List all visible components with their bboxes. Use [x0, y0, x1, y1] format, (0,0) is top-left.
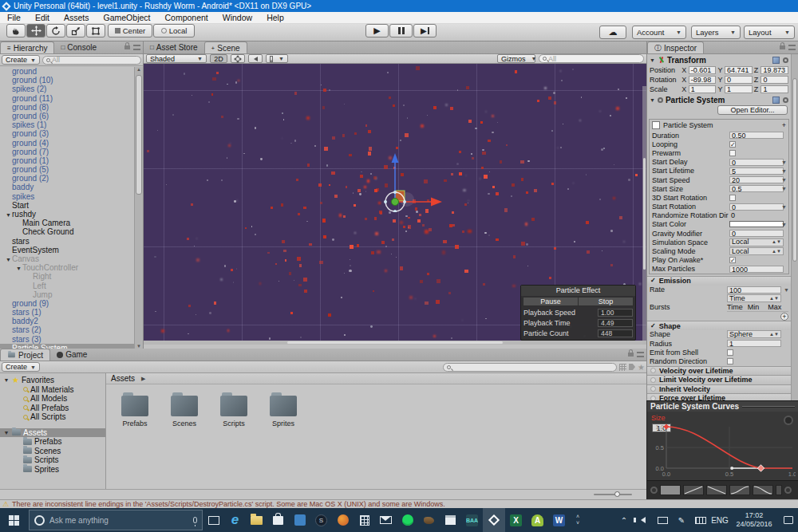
component-header[interactable]: ▼Particle System [647, 94, 791, 105]
gear-icon[interactable] [783, 97, 788, 103]
checkbox-unchecked[interactable] [650, 386, 656, 392]
property-row[interactable]: Simulation SpaceLocal▲▼ [650, 238, 788, 246]
property-row[interactable]: Start Size0.5▼ [650, 184, 788, 193]
cortana-search-box[interactable]: Ask me anything [29, 510, 203, 530]
checkbox-checked[interactable]: ✓ [650, 323, 656, 329]
tab-game[interactable]: Game [50, 349, 93, 361]
property-selector-icon[interactable]: ▼ [781, 160, 787, 165]
transform-field[interactable]: 1 [725, 85, 753, 93]
scrollbar-thumb[interactable] [792, 78, 797, 262]
excel-button[interactable]: X [505, 508, 527, 532]
slider-knob[interactable] [614, 491, 620, 497]
transform-field[interactable]: 0 [760, 76, 788, 84]
property-field[interactable]: 100 [727, 286, 781, 294]
hierarchy-item[interactable]: Check Ground [0, 227, 134, 236]
property-row[interactable]: Looping✓ [650, 140, 788, 148]
scrollbar-thumb[interactable] [643, 158, 646, 270]
hierarchy-item[interactable]: ground (8) [0, 103, 134, 112]
property-row[interactable]: Max Particles1000 [650, 265, 788, 274]
pivot-center-button[interactable]: Center [108, 24, 152, 37]
transform-field[interactable]: 1 [760, 85, 788, 93]
module-section-header[interactable]: ✓Shape [647, 321, 791, 330]
checkbox-checked[interactable]: ✓ [729, 257, 736, 263]
rect-tool-button[interactable] [86, 24, 105, 37]
local-global-button[interactable]: Local [153, 24, 195, 37]
hierarchy-scrollbar[interactable]: ▲▼ [134, 67, 143, 349]
scene-effects-toggle[interactable]: ▼ [266, 54, 288, 63]
property-row[interactable]: Gravity Modifier0 [650, 229, 788, 238]
hierarchy-item[interactable]: ▼rushdy [0, 210, 134, 219]
project-tree-item[interactable]: Scenes [0, 447, 105, 456]
unity-taskbar-button[interactable] [483, 508, 505, 532]
property-row[interactable]: Play On Awake*✓ [650, 256, 788, 265]
property-field[interactable]: 5 [729, 167, 784, 175]
property-row[interactable]: BurstsTimeMinMax [647, 303, 791, 312]
property-row[interactable]: Random Direction [647, 357, 791, 365]
tab-asset-store[interactable]: □Asset Store [144, 41, 204, 53]
hierarchy-item[interactable]: ▼TouchController [0, 263, 134, 272]
scene-horizontal-scrollbar[interactable] [144, 341, 646, 345]
module-collapsed-header[interactable]: Inherit Velocity [647, 384, 791, 394]
transform-field[interactable]: 64.741 [725, 66, 753, 74]
particle-effect-row-value[interactable]: 4.49 [598, 319, 633, 327]
property-field[interactable]: 20 [729, 176, 784, 183]
pen-tray-button[interactable]: ✎ [672, 508, 691, 532]
pan-tool-button[interactable] [6, 24, 26, 37]
tab-console[interactable]: □Console [54, 41, 103, 53]
property-row[interactable]: Start Color▼ [650, 220, 788, 229]
curve-preset-ease-in[interactable] [729, 485, 750, 495]
checkbox-unchecked[interactable] [727, 358, 733, 365]
tab-project[interactable]: Project [0, 349, 50, 361]
property-field[interactable]: 1000 [729, 266, 784, 273]
favorites-filter-icon[interactable]: ★ [638, 363, 645, 372]
lock-icon[interactable] [628, 353, 634, 357]
foldout-arrow-icon[interactable]: ▼ [650, 97, 655, 103]
curves-header[interactable]: Particle System Curves [647, 401, 798, 412]
menu-item-gameobject[interactable]: GameObject [97, 13, 158, 22]
lock-icon[interactable] [780, 45, 785, 49]
property-row[interactable]: Emit from Shell [647, 348, 791, 357]
tab-scene[interactable]: +Scene [204, 41, 247, 53]
language-indicator[interactable]: ENG [710, 508, 729, 532]
hierarchy-item[interactable]: spikes (1) [0, 120, 134, 129]
hierarchy-item[interactable]: ground (9) [0, 299, 134, 308]
add-icon[interactable]: + [782, 121, 786, 129]
checkbox-checked[interactable]: ✓ [650, 278, 656, 284]
hierarchy-item[interactable]: EventSystem [0, 246, 134, 254]
rotate-tool-button[interactable] [46, 24, 65, 37]
transform-field[interactable]: 1 [689, 85, 717, 93]
hierarchy-item[interactable]: spikes (2) [0, 85, 134, 93]
foldout-arrow-icon[interactable]: ▼ [3, 377, 10, 383]
start-button[interactable] [0, 508, 27, 532]
tray-expand-button[interactable]: ⌃ [614, 508, 634, 532]
open-editor-button[interactable]: Open Editor... [717, 105, 788, 115]
particle-pause-button[interactable]: Pause [523, 298, 579, 305]
module-checkbox[interactable] [652, 121, 660, 129]
scrollbar-thumb[interactable] [287, 341, 503, 344]
word-button[interactable]: W [548, 508, 570, 532]
pause-button[interactable] [389, 24, 413, 37]
hierarchy-item[interactable]: baddy [0, 183, 134, 191]
property-row[interactable]: ShapeSphere▲▼ [647, 330, 791, 339]
asset-folder[interactable]: Scripts [216, 396, 251, 428]
property-row[interactable]: Duration0.50 [650, 131, 788, 140]
project-tree-item[interactable]: Prefabs [0, 437, 105, 447]
property-selector-icon[interactable]: ▼ [781, 222, 787, 227]
gear-icon[interactable] [783, 57, 788, 63]
hierarchy-item[interactable]: Left [0, 282, 134, 290]
size-curve-chart[interactable]: 1.00.50.00.00.51.0 [650, 422, 796, 478]
scene-audio-toggle[interactable] [248, 54, 263, 63]
property-field[interactable]: 0 [729, 159, 784, 166]
transform-field[interactable]: -89.98 [689, 76, 717, 84]
curve-preset-ease-out[interactable] [753, 485, 773, 495]
layers-dropdown[interactable]: Layers▼ [691, 26, 741, 39]
module-collapsed-header[interactable]: Velocity over Lifetime [647, 366, 791, 376]
property-row[interactable]: Rate100▼ [647, 286, 791, 294]
property-field[interactable]: 0.50 [729, 132, 784, 139]
hierarchy-item[interactable]: ground (4) [0, 139, 134, 148]
transform-gizmo[interactable] [375, 148, 455, 212]
property-row[interactable]: Start Delay0▼ [650, 158, 788, 167]
project-search-input[interactable] [443, 363, 617, 372]
taskbar-scroll-arrows[interactable]: ˄˅ [570, 508, 586, 532]
menu-item-window[interactable]: Window [215, 13, 259, 22]
